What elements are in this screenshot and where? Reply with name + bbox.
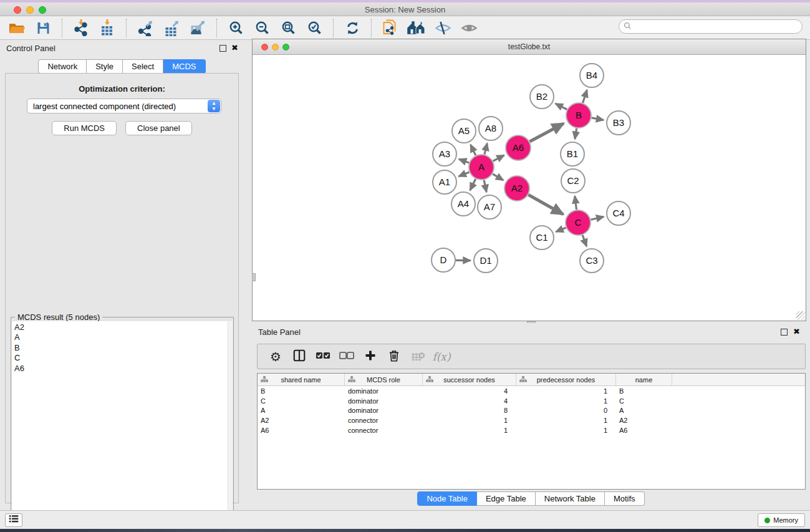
table-row[interactable]: A2connector11A2 (258, 415, 805, 425)
table-close-panel-icon[interactable]: ✖ (793, 327, 800, 336)
node-C4[interactable]: C4 (607, 201, 630, 225)
deselect-all-button[interactable] (335, 347, 359, 366)
node-A1[interactable]: A1 (433, 170, 456, 194)
export-network-button[interactable] (132, 18, 158, 38)
edge-B-B3[interactable] (592, 118, 604, 120)
edge-C-C1[interactable] (556, 228, 566, 232)
edge-B-B2[interactable] (556, 104, 567, 109)
import-table-button[interactable] (94, 18, 120, 38)
edge-A-A6[interactable] (493, 155, 504, 161)
edge-A-A7[interactable] (484, 180, 486, 192)
node-D1[interactable]: D1 (474, 249, 498, 273)
node-A5[interactable]: A5 (452, 119, 476, 143)
node-B4[interactable]: B4 (580, 64, 604, 87)
node-C2[interactable]: C2 (561, 169, 585, 193)
optimization-criterion-dropdown[interactable]: largest connected component (directed) ▲… (27, 99, 221, 114)
column-header-shared-name[interactable]: shared name (258, 374, 345, 385)
edge-A6-B[interactable] (530, 123, 564, 142)
tab-select[interactable]: Select (123, 59, 163, 74)
add-column-button[interactable] (359, 347, 382, 366)
export-image-button[interactable] (185, 18, 211, 38)
tab-network-table[interactable]: Network Table (536, 491, 605, 506)
tab-edge-table[interactable]: Edge Table (477, 491, 536, 506)
tab-mcds[interactable]: MCDS (163, 59, 205, 74)
task-history-button[interactable] (5, 513, 22, 527)
select-all-button[interactable] (311, 347, 335, 366)
edge-A-A1[interactable] (459, 172, 470, 177)
node-C1[interactable]: C1 (530, 226, 554, 249)
table-row[interactable]: Adominator80A (258, 406, 805, 416)
node-A6[interactable]: A6 (506, 135, 531, 160)
node-A2[interactable]: A2 (504, 176, 529, 201)
table-row[interactable]: Cdominator41C (258, 396, 805, 406)
tab-style[interactable]: Style (87, 59, 123, 74)
tab-motifs[interactable]: Motifs (605, 491, 645, 506)
float-panel-icon[interactable] (219, 45, 226, 52)
delete-column-button[interactable] (382, 347, 406, 366)
mcds-result-list[interactable]: A2ABCA6 (12, 321, 229, 526)
tab-network[interactable]: Network (38, 59, 87, 74)
column-header-predecessor-nodes[interactable]: predecessor nodes (516, 374, 616, 385)
export-table-button[interactable] (158, 18, 185, 38)
run-mcds-button[interactable]: Run MCDS (52, 121, 117, 135)
edge-A-A8[interactable] (485, 143, 487, 155)
node-B1[interactable]: B1 (561, 142, 584, 166)
network-window-titlebar[interactable]: testGlobe.txt (253, 39, 806, 55)
result-list-item[interactable]: A6 (14, 364, 229, 374)
zoom-in-button[interactable] (223, 18, 249, 38)
edge-A-A4[interactable] (470, 179, 476, 190)
result-list-item[interactable]: B (14, 343, 229, 353)
edge-C-C3[interactable] (582, 235, 587, 246)
left-splitter-handle[interactable] (252, 273, 256, 281)
result-list-item[interactable]: A2 (14, 322, 229, 332)
table-row[interactable]: A6connector11A6 (258, 425, 805, 435)
edge-A-A3[interactable] (459, 159, 469, 163)
node-B3[interactable]: B3 (607, 111, 630, 135)
tab-node-table[interactable]: Node Table (417, 491, 477, 506)
edge-A-A5[interactable] (471, 145, 476, 155)
search-input[interactable] (635, 22, 802, 31)
edge-B-B4[interactable] (583, 90, 587, 103)
edge-A2-C[interactable] (528, 195, 563, 214)
result-list-item[interactable]: C (14, 353, 229, 363)
import-network-button[interactable] (68, 18, 94, 38)
edge-C-C2[interactable] (575, 196, 577, 210)
edge-A-A2[interactable] (493, 174, 503, 180)
close-panel-icon[interactable]: ✖ (231, 43, 238, 52)
save-session-button[interactable] (30, 18, 56, 38)
settings-button[interactable]: ⚙ (264, 347, 287, 366)
node-A7[interactable]: A7 (478, 195, 501, 219)
network-graph[interactable]: AA1A2A3A4A5A6A7A8BB1B2B3B4CC1C2C3C4DD1 (253, 55, 806, 321)
zoom-selected-button[interactable] (301, 18, 327, 38)
node-A[interactable]: A (469, 155, 494, 180)
show-all-button[interactable] (456, 18, 482, 38)
node-C[interactable]: C (566, 210, 591, 235)
split-columns-button[interactable] (287, 347, 311, 366)
edge-C-C4[interactable] (591, 217, 604, 220)
open-session-button[interactable] (4, 18, 30, 38)
node-A8[interactable]: A8 (479, 117, 503, 140)
node-A4[interactable]: A4 (451, 192, 475, 216)
node-B2[interactable]: B2 (530, 85, 554, 109)
column-header-name[interactable]: name (616, 374, 672, 385)
node-A3[interactable]: A3 (433, 142, 456, 166)
column-header-successor-nodes[interactable]: successor nodes (423, 374, 516, 385)
zoom-fit-button[interactable] (275, 18, 301, 38)
node-C3[interactable]: C3 (580, 249, 604, 273)
node-D[interactable]: D (432, 248, 455, 272)
hide-selected-button[interactable] (430, 18, 456, 38)
home-view-button[interactable] (403, 18, 430, 38)
network-from-file-button[interactable] (377, 18, 403, 38)
memory-button[interactable]: Memory (758, 513, 805, 527)
search-field[interactable] (619, 19, 803, 34)
table-float-panel-icon[interactable] (781, 329, 788, 336)
edge-B-B1[interactable] (575, 128, 577, 139)
node-B[interactable]: B (566, 103, 591, 128)
window-resize-grip[interactable] (796, 311, 805, 320)
network-canvas[interactable]: AA1A2A3A4A5A6A7A8BB1B2B3B4CC1C2C3C4DD1 (253, 55, 806, 321)
result-scrollbar[interactable] (228, 321, 233, 526)
zoom-out-button[interactable] (249, 18, 275, 38)
refresh-layout-button[interactable] (339, 18, 365, 38)
close-panel-button[interactable]: Close panel (125, 121, 192, 135)
node-table[interactable]: shared nameMCDS rolesuccessor nodesprede… (257, 373, 806, 490)
